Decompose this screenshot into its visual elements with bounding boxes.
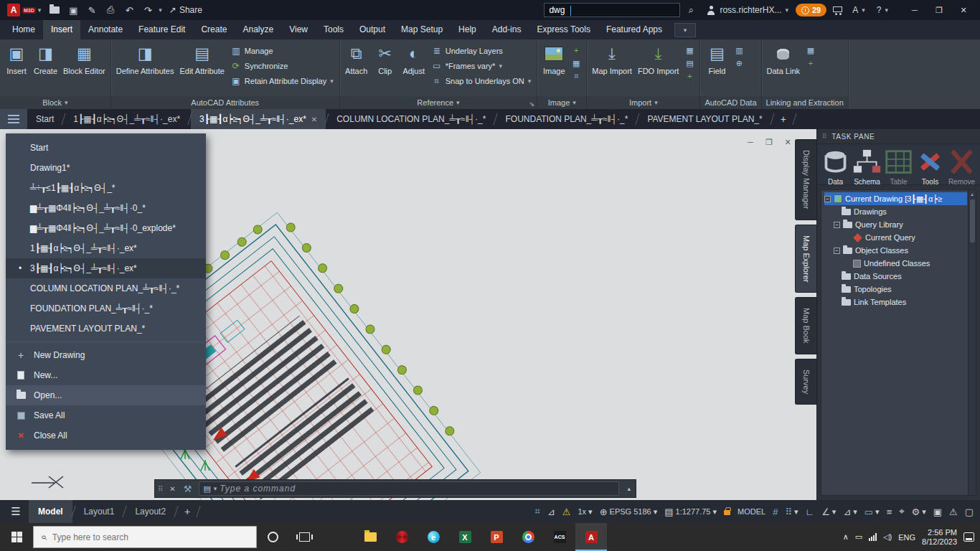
menu-item-pavement[interactable]: PAVEMENT LAYOUT PLAN_*: [6, 319, 206, 339]
menu-item-drawing1[interactable]: Drawing1*: [6, 158, 206, 178]
undo-button[interactable]: ↶: [121, 2, 137, 18]
tree-item-object-classes[interactable]: − Object Classes: [824, 244, 967, 257]
import-extra1-icon[interactable]: ▦: [684, 44, 695, 56]
open-file-button[interactable]: [47, 2, 62, 18]
collapse-icon[interactable]: −: [824, 196, 831, 202]
tab-view[interactable]: View: [281, 20, 316, 39]
tree-scrollbar[interactable]: ▴: [968, 190, 976, 495]
tab-output[interactable]: Output: [352, 20, 393, 39]
table-button[interactable]: Table: [884, 146, 913, 186]
drawing-close-button[interactable]: ✕: [782, 138, 793, 147]
customize-wrench-icon[interactable]: ⚒: [179, 484, 197, 494]
side-tab-display-manager[interactable]: Display Manager: [795, 139, 816, 220]
taskbar-search-box[interactable]: ⌕: [33, 526, 257, 548]
create-block-button[interactable]: ◨Create: [32, 42, 60, 77]
account-menu[interactable]: ross.richterHX... ▾: [702, 5, 793, 15]
share-button[interactable]: ↗ Share: [165, 5, 207, 15]
command-close-icon[interactable]: ✕: [166, 485, 179, 493]
menu-open[interactable]: Open...: [6, 385, 206, 405]
define-attributes-button[interactable]: ◨Define Attributes: [114, 42, 176, 77]
add-layout-button[interactable]: +: [177, 506, 197, 517]
help-menu[interactable]: ? ▾: [872, 5, 892, 15]
cart-button[interactable]: [829, 2, 845, 18]
file-tab-5[interactable]: PAVEMENT LAYOUT PLAN_*: [639, 109, 771, 129]
tree-item-current-query[interactable]: Current Query: [824, 231, 967, 244]
menu-item-column-location[interactable]: COLUMN LOCATION PLAN_╧┰≈‖┤·_*: [6, 278, 206, 298]
block-editor-button[interactable]: ▦Block Editor: [61, 42, 108, 77]
tree-item-undefined-classes[interactable]: Undefined Classes: [824, 257, 967, 270]
file-tab-3[interactable]: COLUMN LOCATION PLAN_╧┰≈‖┤·_*: [328, 109, 494, 129]
edit-attribute-button[interactable]: ▤Edit Attribute: [177, 42, 226, 77]
clean-screen-icon[interactable]: ▢: [961, 502, 977, 521]
layout-menu-icon[interactable]: ☰: [3, 505, 29, 518]
task-pane-grip-icon[interactable]: ⠿: [822, 133, 827, 140]
menu-new-drawing[interactable]: +New Drawing: [6, 345, 206, 365]
field-button[interactable]: ▤Field: [703, 42, 730, 77]
trial-counter-badge[interactable]: 29: [796, 4, 826, 17]
menu-item-foundation[interactable]: FOUNDATION PLAN_╧┰≈‖┤·_*: [6, 298, 206, 319]
position-lock-icon[interactable]: [720, 502, 734, 521]
tab-help[interactable]: Help: [451, 20, 484, 39]
search-input[interactable]: [549, 5, 675, 15]
tools-button[interactable]: Tools: [915, 146, 945, 186]
linking-extra1-icon[interactable]: ▦: [805, 44, 816, 56]
schema-button[interactable]: Schema: [852, 146, 882, 186]
qat-customize-icon[interactable]: ▾: [159, 6, 162, 14]
chrome-button[interactable]: [512, 523, 544, 551]
units-warning-icon[interactable]: ⚠: [946, 502, 961, 521]
volume-icon[interactable]: ◁): [883, 532, 892, 542]
excel-button[interactable]: X: [449, 523, 481, 551]
start-button[interactable]: [0, 523, 33, 551]
image-button[interactable]: Image: [540, 42, 567, 77]
menu-item-file6[interactable]: 1┠▦┨α┝≥┑Θ┤_╧┰≈‖┤·_ex*: [6, 238, 206, 258]
import-extra2-icon[interactable]: ▤: [684, 57, 695, 69]
data-link-button[interactable]: Data Link: [765, 42, 802, 77]
close-button[interactable]: ✕: [951, 1, 976, 19]
taskbar-search-input[interactable]: [52, 532, 249, 542]
command-input[interactable]: [220, 484, 615, 494]
menu-item-file3[interactable]: ╧÷┰≤1┠▦┨α┝≥┑Θ┤_*: [6, 178, 206, 198]
synchronize-button[interactable]: ⟳Synchronize: [231, 60, 334, 72]
tab-insert[interactable]: Insert: [43, 20, 80, 39]
drawing-minimize-button[interactable]: ─: [745, 138, 756, 147]
tree-item-drawings[interactable]: Drawings: [824, 205, 967, 218]
autodesk-app-menu[interactable]: A ▾: [848, 5, 870, 15]
tab-analyze[interactable]: Analyze: [235, 20, 281, 39]
command-input-box[interactable]: ▤ ▾: [199, 481, 619, 496]
file-tab-1[interactable]: 1┠▦┨α┝≥┑Θ┤_╧┰≈‖┤·_ex*: [65, 109, 189, 129]
save-as-button[interactable]: ✎: [84, 2, 100, 18]
side-tab-map-explorer[interactable]: Map Explorer: [795, 225, 816, 293]
file-tab-2-active[interactable]: 3┠▦┨α┝≥┑Θ┤_╧┰≈‖┤·_ex*✕: [191, 109, 326, 129]
annotation-scale[interactable]: 1x ▾: [574, 502, 595, 521]
retain-attribute-display-button[interactable]: ▣Retain Attribute Display▾: [231, 75, 334, 88]
side-tab-map-book[interactable]: Map Book: [795, 297, 816, 354]
notification-center-icon[interactable]: [963, 532, 974, 542]
acs-app-button[interactable]: ACS: [544, 523, 575, 551]
side-tab-survey[interactable]: Survey: [795, 359, 816, 405]
coordinate-system[interactable]: ⊕EPSG 5186 ▾: [596, 502, 661, 521]
drafting-settings-icon[interactable]: ⊿: [544, 502, 559, 521]
tablet-icon[interactable]: ▭: [855, 532, 862, 542]
fdo-import-button[interactable]: ⤓FDO Import: [636, 42, 681, 77]
hidden-icons-chevron[interactable]: ∧: [843, 532, 849, 542]
insert-block-button[interactable]: ▣Insert: [3, 42, 30, 77]
snap-to-underlays-button[interactable]: ⌗Snap to Underlays ON▾: [432, 75, 532, 88]
tab-tools[interactable]: Tools: [316, 20, 352, 39]
tree-item-current-drawing[interactable]: − Current Drawing [3┠▦┨α┝≥: [824, 192, 967, 205]
adjust-button[interactable]: ◐Adjust: [400, 42, 428, 77]
frames-vary-button[interactable]: ▭*Frames vary*▾: [432, 60, 532, 72]
selection-cycling-icon[interactable]: ⌖: [895, 502, 908, 521]
edge-button[interactable]: e: [418, 523, 449, 551]
autocad-m3d-button[interactable]: A: [575, 523, 607, 551]
isometric-drafting-icon[interactable]: ⊿▾: [839, 502, 860, 521]
map-import-button[interactable]: ⤓Map Import: [590, 42, 634, 77]
acdata-extra1-icon[interactable]: ▥: [733, 44, 745, 56]
grid-display-icon[interactable]: #: [769, 502, 781, 521]
layout1-tab[interactable]: Layout1: [75, 500, 124, 523]
snap-mode-icon[interactable]: ⠿▾: [781, 502, 801, 521]
menu-close-all[interactable]: ✕Close All: [6, 425, 206, 446]
space-indicator[interactable]: MODEL: [734, 502, 769, 521]
plot-button[interactable]: ⎙: [103, 2, 118, 18]
menu-new[interactable]: New...: [6, 365, 206, 385]
lineweight-icon[interactable]: ≡: [883, 502, 896, 521]
